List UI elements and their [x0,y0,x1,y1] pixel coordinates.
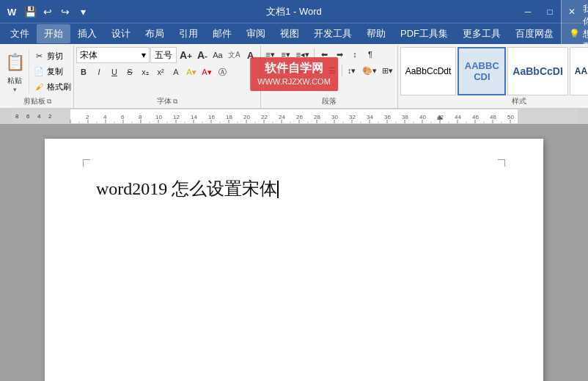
svg-text:32: 32 [349,114,356,120]
shading-button[interactable]: 🎨▾ [360,63,379,78]
copy-label: 复制 [47,66,63,77]
bold-button[interactable]: B [76,65,91,79]
svg-text:20: 20 [243,114,250,120]
sort-button[interactable]: ↕ [348,47,362,62]
redo-icon[interactable]: ↪ [59,5,72,18]
menu-design[interactable]: 设计 [104,24,138,43]
style-heading1-active[interactable]: AABBCCDI [457,47,506,95]
decrease-indent-button[interactable]: ⬅ [317,47,331,62]
ribbon-group-styles: AaBbCcDdt AABBCCDI AaBbCcDI AABBCCDI [398,46,588,108]
align-left-button[interactable]: ≡ [263,63,278,78]
font-name-dropdown[interactable]: 宋体 ▾ [76,47,150,63]
menu-layout[interactable]: 布局 [138,24,172,43]
save-icon[interactable]: 💾 [23,5,37,18]
svg-text:2: 2 [86,114,89,120]
increase-font-button[interactable]: A+ [177,48,194,62]
clear-format-button[interactable]: Aa [210,48,225,62]
superscript-button[interactable]: x² [153,65,168,79]
svg-text:18: 18 [226,114,232,120]
format-painter-label: 格式刷 [47,81,71,92]
svg-text:34: 34 [367,114,373,120]
document-page: word2019 怎么设置宋体 [45,139,543,381]
pinyin-button[interactable]: 文A [226,48,243,62]
menu-bar: 文件 开始 插入 设计 布局 引用 邮件 审阅 视图 开发工具 帮助 PDF工具… [0,23,588,44]
corner-mark-tl [83,159,90,167]
svg-text:50: 50 [507,114,514,120]
show-marks-button[interactable]: ¶ [363,47,378,62]
svg-text:38: 38 [402,114,408,120]
border-button[interactable]: ⊞▾ [380,63,395,78]
highlight-button[interactable]: A [243,48,258,62]
copy-button[interactable]: 📄 [32,64,46,79]
menu-home[interactable]: 开始 [37,24,70,43]
font-color-button[interactable]: A▾ [199,65,214,79]
cut-label: 剪切 [47,51,63,62]
svg-text:12: 12 [173,114,180,120]
strikethrough-button[interactable]: S [122,65,137,79]
menu-file[interactable]: 文件 [3,24,37,43]
corner-mark-tr [498,159,505,167]
format-painter-button[interactable]: 🖌 [32,79,46,94]
menu-view[interactable]: 视图 [273,24,306,43]
customize-icon[interactable]: ▾ [76,5,89,18]
italic-button[interactable]: I [92,65,106,79]
menu-help[interactable]: 帮助 [359,24,393,43]
clipboard-expand-icon[interactable]: ⧉ [47,98,51,106]
undo-icon[interactable]: ↩ [41,5,54,18]
svg-text:24: 24 [279,114,285,120]
svg-text:44: 44 [455,114,461,120]
menu-developer[interactable]: 开发工具 [306,24,359,43]
svg-text:8: 8 [139,114,142,120]
text-highlight-button[interactable]: A▾ [184,65,199,79]
maximize-button[interactable]: □ [540,4,560,19]
text-cursor [277,181,279,198]
menu-references[interactable]: 引用 [172,24,205,43]
svg-rect-2 [12,109,70,123]
underline-button[interactable]: U [107,65,122,79]
style-normal[interactable]: AaBbCcDdt [400,47,457,95]
style-heading1[interactable]: AaBbCcDI [507,47,567,95]
char-border-button[interactable]: Ⓐ [215,65,229,79]
numbered-list-button[interactable]: ≡▾ [279,47,293,62]
style-heading2[interactable]: AABBCCDI [570,47,588,95]
align-center-button[interactable]: ≡ [279,63,293,78]
svg-text:6: 6 [26,113,30,120]
increase-indent-button[interactable]: ➡ [332,47,347,62]
document-content[interactable]: word2019 怎么设置宋体 [96,175,492,202]
cut-button[interactable]: ✂ [32,48,46,63]
subscript-button[interactable]: x₂ [138,65,152,79]
svg-text:14: 14 [191,114,197,120]
quick-access-toolbar: W 💾 ↩ ↪ ▾ [6,5,89,18]
menu-pdf[interactable]: PDF工具集 [393,24,455,43]
svg-text:10: 10 [155,114,162,120]
minimize-button[interactable]: ─ [518,4,538,19]
bullet-list-button[interactable]: ≡▾ [263,47,278,62]
decrease-font-button[interactable]: A- [195,48,210,62]
styles-group-label: 样式 [400,95,588,108]
menu-mailings[interactable]: 邮件 [205,24,239,43]
document-text: word2019 怎么设置宋体 [96,179,277,198]
window-title: 文档1 - Word [266,5,322,18]
ribbon-group-clipboard: 📋 粘贴 ▾ ✂ 剪切 📄 复制 [1,46,74,108]
justify-button[interactable]: ≡ [309,63,324,78]
distribute-button[interactable]: ☰ [325,63,339,78]
line-spacing-button[interactable]: ↕▾ [345,63,359,78]
document-area[interactable]: word2019 怎么设置宋体 [0,124,588,381]
ruler-scale: 8 6 4 2 2 4 6 8 10 12 [12,109,578,123]
align-right-button[interactable]: ≡ [294,63,309,78]
paragraph-group-label: 段落 [263,95,395,108]
menu-insert[interactable]: 插入 [70,24,104,43]
svg-text:46: 46 [472,114,479,120]
paste-button[interactable]: 📋 [4,49,26,76]
svg-text:4: 4 [103,114,107,120]
menu-baidu-cloud[interactable]: 百度网盘 [508,24,561,43]
multilevel-list-button[interactable]: ≡◂▾ [294,47,312,62]
menu-more-tools[interactable]: 更多工具 [455,24,508,43]
text-effect-button[interactable]: A [169,65,183,79]
clipboard-group-label: 剪贴板 ⧉ [4,95,71,108]
font-size-dropdown[interactable]: 五号 [150,47,177,63]
svg-text:48: 48 [490,114,496,120]
font-expand-icon[interactable]: ⧉ [173,98,177,106]
svg-text:26: 26 [296,114,303,120]
menu-review[interactable]: 审阅 [239,24,273,43]
